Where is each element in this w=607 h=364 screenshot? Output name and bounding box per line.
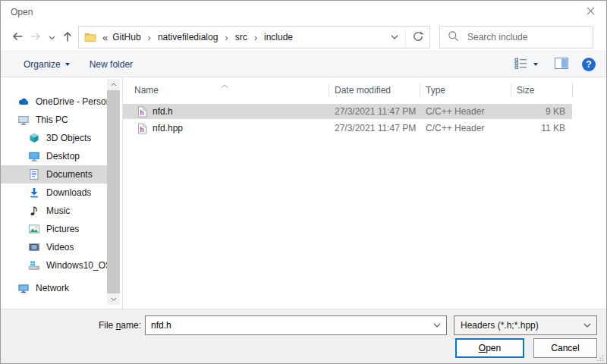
file-name-label-text: ame: (121, 320, 141, 331)
forward-button[interactable] (27, 28, 45, 46)
picture-icon (28, 223, 40, 235)
sidebar-item-3d-objects[interactable]: 3D Objects (1, 129, 107, 147)
close-button[interactable] (574, 1, 606, 22)
breadcrumb-item[interactable]: include (263, 32, 294, 42)
scrollbar-thumb[interactable] (107, 90, 120, 293)
breadcrumb-item[interactable]: nativefiledialog (156, 32, 219, 42)
column-divider[interactable] (420, 83, 420, 97)
help-button[interactable]: ? (582, 58, 596, 71)
open-file-dialog: Open (0, 0, 607, 364)
column-header-type[interactable]: Type (420, 85, 511, 96)
recent-locations-button[interactable] (45, 28, 58, 46)
video-film-icon (28, 241, 40, 253)
close-icon (587, 6, 595, 17)
scroll-up-button[interactable] (107, 79, 120, 90)
document-icon (28, 168, 40, 180)
open-button[interactable]: Open (455, 338, 524, 358)
sidebar-item-network[interactable]: Network (1, 279, 107, 297)
up-arrow-icon (61, 30, 74, 46)
chevron-down-icon[interactable] (428, 323, 446, 328)
network-icon (17, 282, 30, 294)
scroll-down-button[interactable] (107, 293, 120, 305)
breadcrumb-item[interactable]: src (234, 32, 249, 42)
file-name-combobox[interactable] (145, 315, 447, 335)
command-toolbar: Organize New folder (1, 51, 606, 77)
filter-value: Headers (*.h;*.hpp) (461, 320, 539, 331)
file-date-cell: 27/3/2021 11:47 PM (329, 123, 420, 133)
sidebar-item-windows-drive[interactable]: Windows10_OS ( (1, 256, 107, 275)
header-file-icon: h (137, 106, 147, 118)
file-size-cell: 9 KB (511, 106, 572, 117)
triangle-down-icon (65, 63, 70, 68)
column-divider[interactable] (329, 83, 329, 97)
file-name-label-text: File (99, 320, 116, 331)
computer-monitor-icon (17, 114, 30, 126)
folder-icon (84, 31, 96, 43)
cancel-button[interactable]: Cancel (533, 338, 597, 358)
sidebar-item-label: 3D Objects (46, 133, 91, 143)
address-bar[interactable]: « GitHub › nativefiledialog › src › incl… (78, 26, 406, 49)
desktop-monitor-icon (28, 150, 40, 162)
navigation-pane: OneDrive - Person This PC (1, 77, 123, 309)
sidebar-item-videos[interactable]: Videos (1, 238, 107, 256)
back-button[interactable] (8, 28, 27, 46)
resize-grip-icon[interactable] (596, 353, 604, 364)
sidebar-item-label: Music (46, 206, 70, 216)
file-name-cell: h nfd.h (123, 106, 329, 118)
breadcrumb-separator: › (219, 32, 233, 43)
column-header-date-modified[interactable]: Date modified (329, 85, 420, 96)
file-date-cell: 27/3/2021 11:47 PM (329, 106, 420, 117)
refresh-icon (412, 30, 424, 45)
preview-pane-button[interactable] (555, 58, 568, 71)
sidebar-item-music[interactable]: Music (1, 202, 107, 220)
column-divider[interactable] (572, 83, 573, 97)
window-title: Open (11, 7, 33, 17)
sidebar-scrollbar[interactable] (107, 79, 120, 305)
sidebar-item-label: Network (36, 283, 69, 293)
address-dropdown-button[interactable] (384, 27, 405, 48)
sidebar-item-onedrive[interactable]: OneDrive - Person (1, 93, 107, 111)
organize-button[interactable]: Organize (24, 59, 70, 70)
file-name-input[interactable] (146, 319, 428, 331)
main-area: OneDrive - Person This PC (1, 77, 606, 309)
cancel-button-label: Cancel (551, 343, 579, 353)
file-row-nfd-hpp[interactable]: h nfd.hpp 27/3/2021 11:47 PM C/C++ Heade… (123, 121, 572, 136)
file-type-cell: C/C++ Header (420, 123, 511, 133)
column-header-name[interactable]: Name (123, 85, 329, 96)
file-rows: h nfd.h 27/3/2021 11:47 PM C/C++ Header … (123, 104, 606, 136)
3d-cube-icon (28, 132, 40, 144)
refresh-button[interactable] (405, 26, 430, 49)
sidebar-item-label: Downloads (46, 187, 91, 198)
change-view-button[interactable] (514, 57, 538, 71)
sidebar-item-documents[interactable]: Documents (1, 165, 107, 184)
sidebar-item-label: Documents (46, 169, 93, 180)
breadcrumb-item[interactable]: GitHub (111, 32, 142, 42)
sidebar-item-pictures[interactable]: Pictures (1, 220, 107, 238)
sidebar-item-label: Videos (46, 242, 74, 253)
download-arrow-icon (28, 187, 40, 199)
sidebar-item-this-pc[interactable]: This PC (1, 111, 107, 129)
svg-text:h: h (140, 109, 144, 117)
up-button[interactable] (58, 28, 77, 46)
navigation-bar: « GitHub › nativefiledialog › src › incl… (1, 24, 606, 51)
sidebar-item-downloads[interactable]: Downloads (1, 184, 107, 202)
column-divider[interactable] (511, 83, 511, 97)
chevron-down-icon (111, 297, 117, 301)
triangle-down-icon (533, 63, 538, 68)
file-type-filter-dropdown[interactable]: Headers (*.h;*.hpp) (454, 315, 597, 335)
file-row-nfd-h[interactable]: h nfd.h 27/3/2021 11:47 PM C/C++ Header … (123, 104, 572, 119)
column-header-size[interactable]: Size (511, 85, 572, 96)
breadcrumb-collapsed[interactable]: « (96, 32, 111, 43)
open-button-mnemonic: O (479, 343, 486, 353)
new-folder-button[interactable]: New folder (90, 59, 133, 70)
file-name-label: File name: (1, 320, 141, 331)
breadcrumb-separator: › (249, 32, 263, 43)
chevron-down-icon (49, 32, 55, 42)
search-input[interactable] (466, 31, 588, 43)
view-controls: ? (514, 57, 596, 71)
search-box[interactable] (439, 26, 593, 49)
sidebar-item-desktop[interactable]: Desktop (1, 147, 107, 165)
question-mark-icon: ? (586, 59, 591, 70)
new-folder-label: New folder (90, 59, 133, 70)
search-icon (448, 30, 459, 44)
